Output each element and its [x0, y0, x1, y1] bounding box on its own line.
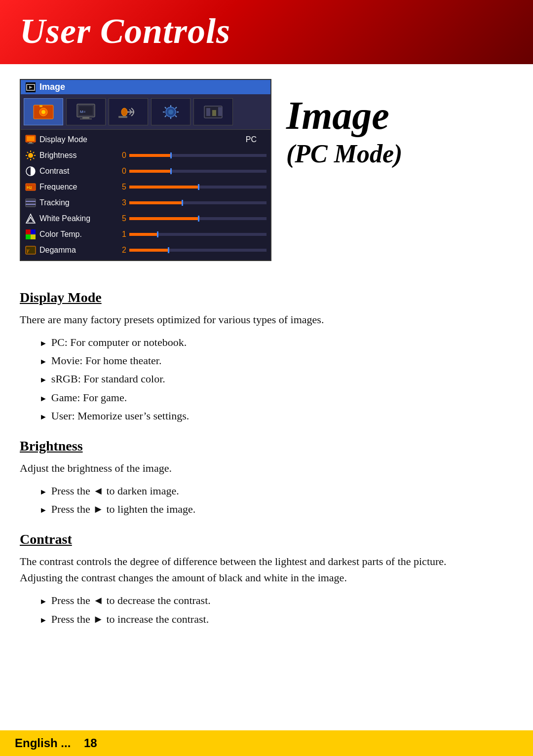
bullet-text: Press the ◄ to decrease the contrast. [51, 592, 211, 609]
color-temp-bar [129, 232, 266, 237]
svg-rect-36 [26, 199, 36, 207]
display-mode-value: PC [246, 135, 257, 144]
contrast-bar-bg [129, 170, 266, 173]
svg-point-15 [168, 110, 173, 114]
frequence-icon: Hz [25, 181, 37, 193]
bullet-arrow-icon: ► [39, 614, 47, 627]
bullet-text: Press the ► to lighten the image. [51, 500, 195, 518]
page-title: User Controls [20, 11, 230, 52]
osd-row-tracking: Tracking 3 [21, 195, 270, 211]
svg-rect-9 [80, 118, 92, 119]
osd-tab-settings[interactable] [151, 98, 190, 125]
top-section: Image M= [0, 64, 533, 261]
bullet-arrow-icon: ► [39, 486, 47, 498]
color-temp-bar-cursor [157, 231, 158, 237]
osd-tab-display[interactable]: M= [66, 98, 106, 125]
tracking-icon [25, 197, 37, 209]
degamma-bar [129, 248, 266, 253]
list-item: ► Press the ◄ to decrease the contrast. [39, 592, 513, 609]
osd-row-brightness: Brightness 0 [21, 148, 270, 163]
contrast-value: 0 [112, 167, 126, 176]
svg-rect-42 [26, 234, 31, 239]
osd-title-icon [26, 82, 36, 92]
white-peaking-bar-cursor [198, 216, 199, 222]
header: User Controls [0, 0, 533, 64]
svg-point-11 [121, 108, 127, 116]
svg-rect-13 [118, 116, 127, 118]
white-peaking-label: White Peaking [39, 214, 109, 223]
degamma-bar-fill [129, 249, 168, 252]
bullet-text: Press the ► to increase the contrast. [51, 610, 209, 628]
white-peaking-bar [129, 216, 266, 221]
svg-line-30 [33, 158, 34, 159]
bullet-text: PC: For computer or notebook. [51, 334, 187, 351]
svg-line-29 [27, 152, 28, 153]
osd-title-bar: Image [21, 80, 270, 94]
frequence-label: Frequence [39, 183, 109, 191]
bullet-arrow-icon: ► [39, 374, 47, 386]
white-peaking-icon [25, 213, 37, 225]
display-mode-icon [25, 134, 37, 146]
white-peaking-bar-fill [129, 217, 198, 220]
image-title: Image [286, 94, 389, 137]
degamma-bar-bg [129, 249, 266, 252]
color-temp-value: 1 [112, 230, 126, 239]
brightness-para: Adjust the brightness of the image. [20, 460, 474, 476]
brightness-bar-cursor [170, 152, 172, 158]
osd-tabs: M= [21, 94, 270, 130]
frequence-bar-bg [129, 186, 266, 189]
brightness-heading: Brightness [20, 438, 513, 454]
tracking-bar [129, 200, 266, 205]
tracking-bar-cursor [182, 200, 183, 206]
svg-line-31 [33, 152, 34, 153]
osd-tab-image[interactable] [24, 98, 63, 125]
svg-rect-21 [27, 136, 35, 141]
degamma-bar-cursor [168, 247, 169, 253]
osd-tab-audio[interactable] [109, 98, 148, 125]
bullet-arrow-icon: ► [39, 595, 47, 608]
contrast-heading: Contrast [20, 531, 513, 547]
contrast-bullets: ► Press the ◄ to decrease the contrast. … [39, 592, 513, 627]
frequence-bar-fill [129, 186, 198, 189]
frequence-bar [129, 185, 266, 189]
contrast-para: The contrast controls the degree of diff… [20, 553, 474, 586]
color-temp-icon [25, 228, 37, 240]
tracking-bar-bg [129, 201, 266, 204]
list-item: ► Game: For game. [39, 389, 513, 406]
svg-rect-41 [31, 229, 36, 234]
osd-tab-info[interactable] [193, 98, 233, 125]
svg-rect-18 [212, 110, 216, 116]
osd-rows: Display Mode PC [21, 130, 270, 260]
brightness-bar-fill [129, 154, 170, 157]
list-item: ► Press the ► to increase the contrast. [39, 610, 513, 628]
color-temp-label: Color Temp. [39, 230, 109, 239]
contrast-label: Contrast [39, 167, 109, 176]
svg-rect-40 [26, 229, 31, 234]
footer-label: English ... [15, 736, 71, 750]
brightness-bullets: ► Press the ◄ to darken image. ► Press t… [39, 482, 513, 518]
contrast-bar-fill [129, 170, 170, 173]
display-mode-bullets: ► PC: For computer or notebook. ► Movie:… [39, 334, 513, 424]
display-mode-para: There are many factory presets optimized… [20, 311, 474, 328]
tracking-label: Tracking [39, 198, 109, 207]
tracking-value: 3 [112, 198, 126, 207]
brightness-bar-bg [129, 154, 266, 157]
bullet-text: Movie: For home theater. [51, 352, 162, 369]
list-item: ► User: Memorize user’s settings. [39, 407, 513, 424]
bullet-arrow-icon: ► [39, 355, 47, 368]
display-mode-heading: Display Mode [20, 290, 513, 305]
list-item: ► Press the ◄ to darken image. [39, 482, 513, 499]
svg-text:M=: M= [80, 110, 86, 114]
svg-point-24 [28, 153, 33, 158]
osd-row-frequence: Hz Frequence 5 [21, 179, 270, 195]
osd-row-contrast: Contrast 0 [21, 163, 270, 179]
brightness-value: 0 [112, 151, 126, 160]
bullet-text: Game: For game. [51, 389, 127, 406]
footer-text: English ... 18 [15, 736, 97, 750]
svg-line-32 [27, 158, 28, 159]
brightness-icon [25, 150, 37, 161]
white-peaking-value: 5 [112, 214, 126, 223]
section-brightness: Brightness Adjust the brightness of the … [20, 438, 513, 518]
frequence-bar-cursor [198, 184, 199, 190]
osd-row-degamma: γ Degamma 2 [21, 242, 270, 258]
